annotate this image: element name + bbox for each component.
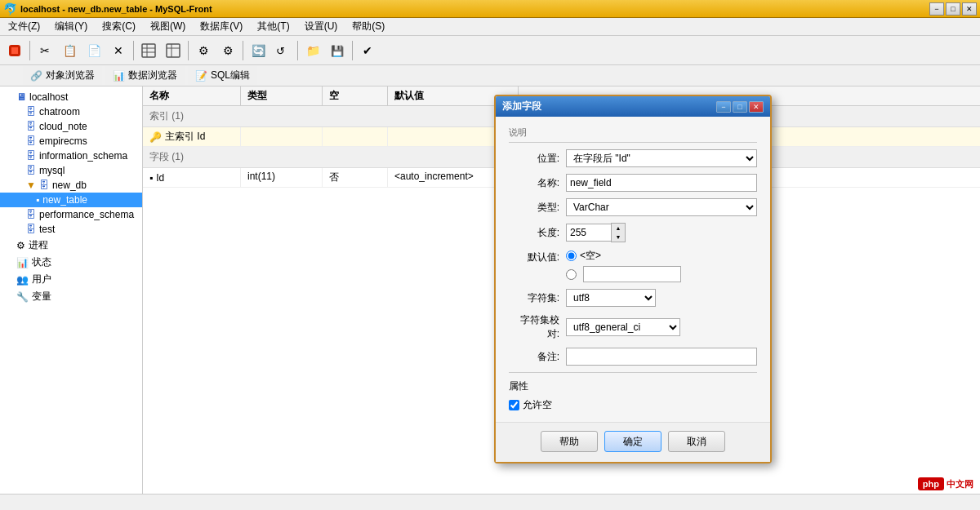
default-custom-input[interactable] (583, 266, 681, 282)
default-empty-radio[interactable] (566, 251, 577, 261)
toolbar-sep-6 (352, 41, 353, 60)
dialog-maximize-btn[interactable]: □ (733, 101, 747, 113)
collation-row: 字符集校对: utf8_general_ci utf8_unicode_ci (509, 313, 757, 341)
attributes-section: 属性 允许空 (509, 372, 757, 412)
menu-edit[interactable]: 编辑(Y) (48, 18, 94, 35)
secondary-toolbar: 🔗 对象浏览器 📊 数据浏览器 📝 SQL编辑 (0, 65, 980, 86)
type-row: 类型: VarChar Int Text Date (509, 198, 757, 216)
comment-input[interactable] (566, 348, 757, 366)
allow-null-label: 允许空 (523, 398, 552, 412)
default-empty-option: <空> (566, 249, 681, 263)
allow-null-row: 允许空 (509, 398, 757, 412)
length-down-btn[interactable]: ▼ (612, 233, 625, 242)
cancel-button[interactable]: 取消 (668, 431, 725, 452)
settings-btn2[interactable]: ⚙ (216, 39, 239, 62)
sql-editor-icon: 📝 (195, 70, 207, 82)
sidebar-item-status[interactable]: 📊 状态 (0, 254, 142, 271)
object-browser-btn[interactable]: 🔗 对象浏览器 (23, 66, 102, 85)
name-label: 名称: (509, 176, 566, 190)
default-custom-radio[interactable] (566, 269, 577, 280)
data-browser-btn[interactable]: 📊 数据浏览器 (105, 66, 185, 85)
php-logo: php 中文网 (918, 478, 973, 490)
length-input[interactable] (566, 224, 611, 242)
stop-button[interactable] (3, 39, 26, 62)
position-row: 位置: 在字段后 "Id" (509, 149, 757, 167)
data-browser-icon: 📊 (113, 70, 125, 82)
folder-btn1[interactable]: 📁 (301, 39, 324, 62)
refresh-btn2[interactable]: ↺ (271, 39, 294, 62)
sidebar-item-new-table[interactable]: ▪ new_table (0, 193, 142, 207)
name-row: 名称: (509, 174, 757, 192)
add-field-dialog: 添加字段 − □ ✕ 说明 位置: 在字段后 "Id" (494, 95, 772, 463)
sidebar-item-new-db[interactable]: ▼ 🗄 new_db (0, 178, 142, 193)
toolbar-sep-3 (188, 41, 189, 60)
toolbar-sep-5 (297, 41, 298, 60)
cut-button[interactable]: ✂ (33, 39, 56, 62)
copy-button[interactable]: 📋 (58, 39, 81, 62)
position-select[interactable]: 在字段后 "Id" (566, 149, 757, 167)
menu-settings[interactable]: 设置(U) (298, 18, 345, 35)
sidebar-item-test[interactable]: 🗄 test (0, 222, 142, 237)
minimize-button[interactable]: − (929, 2, 944, 16)
sidebar-item-variables[interactable]: 🔧 变量 (0, 288, 142, 305)
object-browser-label: 对象浏览器 (46, 69, 95, 82)
dialog-minimize-btn[interactable]: − (716, 101, 731, 113)
folder-btn2[interactable]: 💾 (326, 39, 349, 62)
data-browser-label: 数据浏览器 (128, 69, 177, 82)
sidebar-item-cloud-note[interactable]: 🗄 cloud_note (0, 119, 142, 134)
sidebar-item-information-schema[interactable]: 🗄 information_schema (0, 149, 142, 163)
refresh-btn1[interactable]: 🔄 (247, 39, 270, 62)
settings-btn1[interactable]: ⚙ (192, 39, 215, 62)
sidebar-item-users[interactable]: 👥 用户 (0, 271, 142, 288)
collation-select[interactable]: utf8_general_ci utf8_unicode_ci (566, 318, 680, 336)
maximize-button[interactable]: □ (946, 2, 960, 16)
charset-row: 字符集: utf8 latin1 (509, 289, 757, 307)
menu-help[interactable]: 帮助(S) (345, 18, 391, 35)
sidebar-root[interactable]: 🖥 localhost (0, 90, 142, 104)
length-row: 长度: ▲ ▼ (509, 223, 757, 242)
sidebar-item-performance-schema[interactable]: 🗄 performance_schema (0, 207, 142, 222)
length-label: 长度: (509, 226, 566, 240)
paste-button[interactable]: 📄 (82, 39, 105, 62)
check-button[interactable]: ✔ (356, 39, 379, 62)
toolbar-sep-2 (133, 41, 134, 60)
svg-rect-2 (142, 44, 155, 57)
dialog-close-btn[interactable]: ✕ (749, 101, 764, 113)
svg-text:↺: ↺ (276, 45, 285, 57)
title-bar-text: localhost - new_db.new_table - MySQL-Fro… (20, 4, 929, 14)
delete-button[interactable]: ✕ (107, 39, 130, 62)
close-button[interactable]: ✕ (962, 2, 977, 16)
menu-view[interactable]: 视图(W) (144, 18, 192, 35)
svg-text:💾: 💾 (331, 44, 345, 58)
menu-database[interactable]: 数据库(V) (194, 18, 249, 35)
menu-search[interactable]: 搜索(C) (96, 18, 142, 35)
sql-editor-btn[interactable]: 📝 SQL编辑 (188, 66, 257, 85)
menu-file[interactable]: 文件(Z) (2, 18, 47, 35)
type-label: 类型: (509, 201, 566, 215)
sql-editor-label: SQL编辑 (211, 69, 250, 82)
help-button[interactable]: 帮助 (541, 431, 598, 452)
comment-row: 备注: (509, 348, 757, 366)
sidebar-item-empirecms[interactable]: 🗄 empirecms (0, 134, 142, 149)
sidebar-item-mysql[interactable]: 🗄 mysql (0, 163, 142, 178)
menu-bar: 文件(Z) 编辑(Y) 搜索(C) 视图(W) 数据库(V) 其他(T) 设置(… (0, 18, 980, 36)
default-empty-label: <空> (580, 249, 601, 263)
table-btn1[interactable] (137, 39, 160, 62)
name-input[interactable] (566, 174, 757, 192)
table-btn2[interactable] (162, 39, 185, 62)
sidebar: 🖥 localhost 🗄 chatroom 🗄 cloud_note 🗄 em… (0, 86, 143, 494)
sidebar-item-chatroom[interactable]: 🗄 chatroom (0, 104, 142, 119)
charset-select[interactable]: utf8 latin1 (566, 289, 656, 307)
main-area: 🖥 localhost 🗄 chatroom 🗄 cloud_note 🗄 em… (0, 86, 980, 494)
menu-other[interactable]: 其他(T) (251, 18, 296, 35)
col-type: 类型 (241, 86, 323, 105)
allow-null-checkbox[interactable] (509, 400, 519, 410)
ok-button[interactable]: 确定 (604, 431, 662, 452)
toolbar-sep-4 (243, 41, 243, 60)
col-name: 名称 (143, 86, 241, 105)
object-browser-icon: 🔗 (30, 70, 42, 82)
sidebar-item-process[interactable]: ⚙ 进程 (0, 237, 142, 254)
type-select[interactable]: VarChar Int Text Date (566, 198, 757, 216)
collation-label: 字符集校对: (509, 313, 566, 341)
length-up-btn[interactable]: ▲ (612, 224, 625, 233)
